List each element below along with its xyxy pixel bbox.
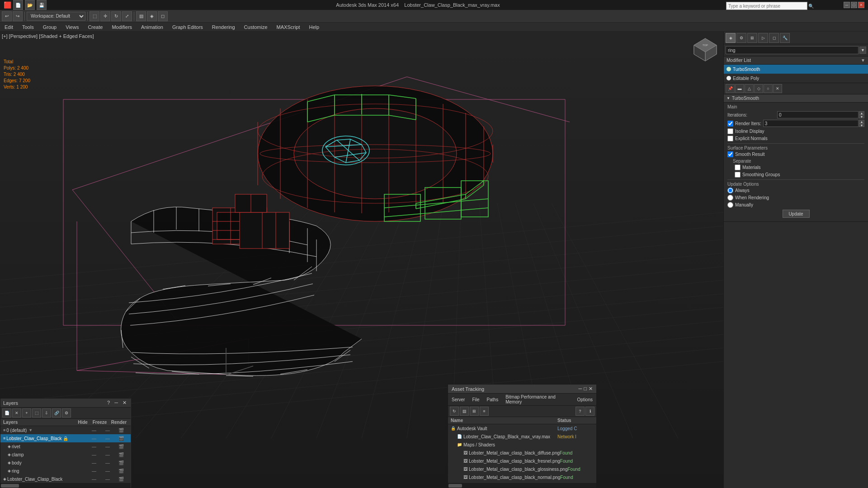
- asset-row-1[interactable]: 📄 Lobster_Claw_Clasp_Black_max_vray.max …: [448, 432, 596, 441]
- diamond-icon-btn[interactable]: ◇: [754, 84, 763, 93]
- asset-select-btn[interactable]: ▤: [460, 407, 469, 416]
- move-btn[interactable]: ✛: [100, 11, 110, 21]
- ring-dropdown-btn[interactable]: ▼: [859, 47, 866, 54]
- asset-scrollbar-h[interactable]: [448, 483, 596, 488]
- scale-btn[interactable]: ⤢: [122, 11, 132, 21]
- layer-dropdown-0[interactable]: ▼: [28, 428, 33, 432]
- layers-scrollbar[interactable]: [0, 483, 131, 488]
- layer-freeze-body[interactable]: —: [101, 460, 114, 465]
- hierarchy-panel-btn[interactable]: ⊞: [747, 33, 757, 43]
- layers-settings-btn[interactable]: ⚙: [62, 408, 71, 418]
- utilities-panel-btn[interactable]: 🔧: [780, 33, 790, 43]
- triangle-icon-btn[interactable]: △: [745, 84, 754, 93]
- menu-modifiers[interactable]: Modifiers: [107, 23, 137, 31]
- layer-render-clamp[interactable]: 🎬: [114, 452, 128, 457]
- menu-rendering[interactable]: Rendering: [208, 23, 240, 31]
- layer-row-rivet[interactable]: ◈ rivet — — 🎬: [0, 442, 131, 450]
- layer-render-obj[interactable]: 🎬: [114, 477, 128, 482]
- menu-animation[interactable]: Animation: [137, 23, 168, 31]
- rect-icon-btn[interactable]: ▬: [735, 84, 744, 93]
- isoline-checkbox[interactable]: [727, 128, 733, 134]
- manually-radio[interactable]: [727, 202, 733, 208]
- render-iters-up[interactable]: ▲: [859, 120, 864, 123]
- circle-icon-btn[interactable]: ○: [764, 84, 773, 93]
- smooth-result-checkbox[interactable]: [727, 151, 733, 157]
- asset-info-btn[interactable]: ℹ: [585, 407, 594, 416]
- menu-graph-editors[interactable]: Graph Editors: [168, 23, 208, 31]
- layer-freeze-clamp[interactable]: —: [101, 452, 114, 457]
- iterations-down[interactable]: ▼: [859, 115, 864, 118]
- render-iters-down[interactable]: ▼: [859, 123, 864, 127]
- asset-menu-file[interactable]: File: [468, 396, 483, 403]
- iterations-up[interactable]: ▲: [859, 111, 864, 115]
- render-iters-value[interactable]: 3: [763, 120, 859, 127]
- asset-menu-options[interactable]: Options: [574, 396, 596, 403]
- render-btn[interactable]: ◻: [158, 11, 168, 21]
- layer-row-body[interactable]: ◈ body — — 🎬: [0, 459, 131, 467]
- layer-hide-1[interactable]: —: [87, 436, 101, 441]
- ring-input[interactable]: [726, 46, 859, 54]
- layer-render-body[interactable]: 🎬: [114, 460, 128, 465]
- layers-link-btn[interactable]: 🔗: [52, 408, 61, 418]
- smoothing-groups-checkbox[interactable]: [735, 172, 741, 178]
- layer-freeze-ring[interactable]: —: [101, 469, 114, 474]
- layer-render-rivet[interactable]: 🎬: [114, 444, 128, 449]
- maximize-btn[interactable]: □: [851, 2, 857, 8]
- when-rendering-radio[interactable]: [727, 195, 733, 201]
- modifier-entry-editablepoly[interactable]: Editable Poly: [724, 74, 868, 83]
- new-btn[interactable]: 📄: [13, 0, 23, 10]
- menu-edit[interactable]: Edit: [0, 23, 18, 31]
- turbosmooth-header[interactable]: ▼ TurboSmooth: [724, 94, 868, 103]
- asset-menu-paths[interactable]: Paths: [483, 396, 502, 403]
- asset-menu-server[interactable]: Server: [448, 396, 468, 403]
- modifier-list-dropdown[interactable]: ▼: [861, 58, 865, 63]
- menu-tools[interactable]: Tools: [18, 23, 38, 31]
- layers-delete-btn[interactable]: ✕: [12, 408, 21, 418]
- explicit-normals-checkbox[interactable]: [727, 136, 733, 141]
- layers-merge-btn[interactable]: ⇩: [42, 408, 51, 418]
- layers-select-btn[interactable]: ⬚: [32, 408, 41, 418]
- layer-render-ring[interactable]: 🎬: [114, 469, 128, 474]
- layer-row-1[interactable]: ≡ Lobster_Claw_Clasp_Black 🔒 — — 🎬: [0, 434, 131, 442]
- iterations-value[interactable]: 0: [777, 111, 859, 118]
- layers-new-btn[interactable]: +: [22, 408, 31, 418]
- modifier-entry-turbosmoother[interactable]: TurboSmooth: [724, 65, 868, 74]
- redo-btn[interactable]: ↪: [13, 11, 23, 21]
- menu-group[interactable]: Group: [38, 23, 61, 31]
- asset-refresh-btn[interactable]: ↻: [450, 407, 459, 416]
- layer-row-ring[interactable]: ◈ ring — — 🎬: [0, 467, 131, 475]
- asset-maximize-btn[interactable]: □: [584, 386, 587, 392]
- asset-minimize-btn[interactable]: ─: [579, 386, 582, 392]
- search-icon[interactable]: 🔍: [808, 4, 814, 9]
- rotate-btn[interactable]: ↻: [111, 11, 121, 21]
- asset-row-5[interactable]: 🖼 Lobster_Metal_claw_clasp_black_glossin…: [448, 465, 596, 473]
- menu-help[interactable]: Help: [305, 23, 324, 31]
- asset-row-7[interactable]: 🖼 Lobster_Metal_claw_clasp_black_specula…: [448, 481, 596, 483]
- menu-create[interactable]: Create: [83, 23, 107, 31]
- layer-row-clamp[interactable]: ◈ clamp — — 🎬: [0, 450, 131, 459]
- render-iters-checkbox[interactable]: [727, 121, 733, 127]
- layer-lock-1[interactable]: 🔒: [63, 436, 68, 441]
- asset-row-3[interactable]: 🖼 Lobster_Metal_claw_clasp_black_diffuse…: [448, 449, 596, 457]
- asset-hscroll-thumb[interactable]: [448, 484, 462, 488]
- layer-row-0[interactable]: ≡ 0 (default) ▼ — — 🎬: [0, 426, 131, 434]
- layer-hide-clamp[interactable]: —: [87, 452, 101, 457]
- menu-maxscript[interactable]: MAXScript: [272, 23, 305, 31]
- menu-customize[interactable]: Customize: [240, 23, 272, 31]
- asset-menu-bitmap[interactable]: Bitmap Performance and Memory: [502, 394, 573, 405]
- open-btn[interactable]: 📂: [25, 0, 35, 10]
- layer-freeze-0[interactable]: —: [101, 428, 114, 433]
- asset-table-btn[interactable]: ≡: [480, 407, 489, 416]
- asset-copy-btn[interactable]: ⊞: [470, 407, 479, 416]
- undo-btn[interactable]: ↩: [2, 11, 12, 21]
- material-btn[interactable]: ◈: [147, 11, 157, 21]
- x-icon-btn[interactable]: ✕: [773, 84, 782, 93]
- layers-minimize-btn[interactable]: ─: [113, 400, 119, 406]
- materials-checkbox[interactable]: [735, 164, 741, 170]
- layer-freeze-obj[interactable]: —: [101, 477, 114, 482]
- layer-render-1[interactable]: 🎬: [114, 436, 128, 441]
- menu-views[interactable]: Views: [61, 23, 83, 31]
- update-btn[interactable]: Update: [783, 210, 810, 218]
- asset-close-btn[interactable]: ✕: [589, 386, 593, 392]
- search-input[interactable]: [726, 2, 807, 10]
